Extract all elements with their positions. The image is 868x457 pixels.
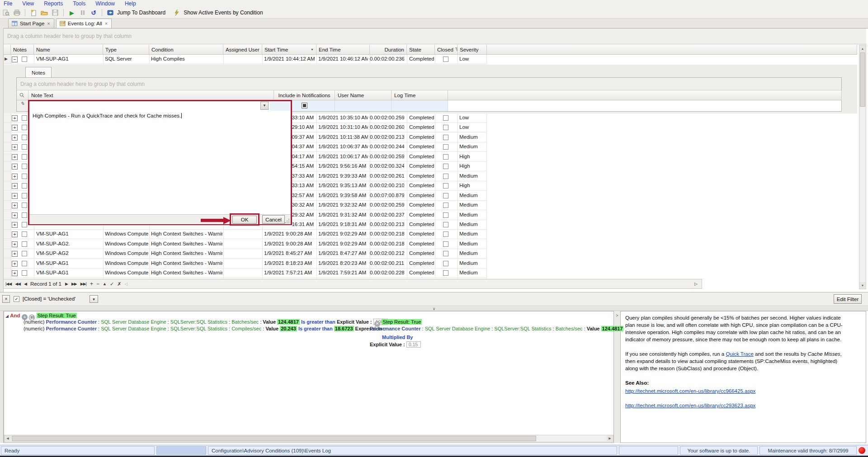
dropdown-button[interactable]: ▼ xyxy=(260,102,269,110)
column-header[interactable]: Assigned User xyxy=(223,45,262,55)
closed-checkbox[interactable] xyxy=(443,125,448,130)
column-header[interactable]: End Time xyxy=(316,45,370,55)
undo-icon[interactable]: ↺ xyxy=(90,9,98,17)
edit-record-icon[interactable]: ▲ xyxy=(103,282,106,286)
close-icon[interactable]: × xyxy=(104,21,108,26)
closed-checkbox[interactable] xyxy=(443,144,448,150)
print-icon[interactable] xyxy=(13,9,21,17)
indeterminate-checkbox[interactable] xyxy=(302,103,307,108)
expand-row-icon[interactable]: + xyxy=(12,203,18,208)
column-header[interactable]: Condition xyxy=(149,45,223,55)
notes-checkbox[interactable] xyxy=(22,231,27,237)
scroll-down-icon[interactable]: ▼ xyxy=(859,282,866,289)
open-folder-icon[interactable] xyxy=(40,9,48,17)
closed-checkbox[interactable] xyxy=(443,115,448,121)
grid-vertical-scrollbar[interactable]: ▲ ▼ xyxy=(859,45,866,289)
collapse-right-icon[interactable]: > xyxy=(616,313,618,318)
expand-row-icon[interactable]: + xyxy=(12,154,18,160)
collapse-row-icon[interactable]: − xyxy=(12,57,18,62)
event-row[interactable]: +VM-SUP-AG2Windows ComputerHigh Context … xyxy=(4,249,487,259)
column-header[interactable]: Closed xyxy=(435,45,458,55)
end-edit-icon[interactable]: ✓ xyxy=(110,281,113,287)
scrollbar-thumb[interactable] xyxy=(12,436,536,441)
expand-row-icon[interactable]: + xyxy=(12,115,18,121)
event-row[interactable]: +VM-SUP-AG1Windows ComputerHigh Context … xyxy=(4,230,487,239)
scroll-up-icon[interactable]: ▲ xyxy=(859,45,866,52)
scrollbar-thumb[interactable] xyxy=(860,52,865,107)
closed-checkbox[interactable] xyxy=(443,174,448,179)
technet-link-1[interactable]: http://technet.microsoft.com/en-us/libra… xyxy=(625,387,851,395)
notes-checkbox[interactable] xyxy=(22,203,27,208)
notes-checkbox[interactable] xyxy=(22,270,27,276)
note-column-header[interactable]: User Name xyxy=(335,90,392,100)
expand-row-icon[interactable]: + xyxy=(12,222,18,228)
notes-group-by-bar[interactable]: Drag a column header here to group by th… xyxy=(17,78,841,90)
expand-row-icon[interactable]: + xyxy=(12,125,18,131)
nav-last-icon[interactable]: ▶▶| xyxy=(80,282,86,286)
resize-grip[interactable] xyxy=(284,219,290,224)
new-document-icon[interactable] xyxy=(29,9,38,17)
expander-icon[interactable]: ◢ xyxy=(5,314,9,318)
scroll-left-icon[interactable]: ◁ xyxy=(124,282,127,286)
collapse-down-icon[interactable]: ∨ xyxy=(433,306,436,311)
menu-window[interactable]: Window xyxy=(95,0,115,7)
column-header[interactable] xyxy=(487,45,857,55)
condition-panel-hscrollbar[interactable]: ◀ ▶ xyxy=(4,435,613,442)
group-by-bar[interactable]: Drag a column header here to group by th… xyxy=(4,28,866,44)
event-row[interactable]: ▶−VM-SUP-AG1SQL ServerHigh Compiles1/9/2… xyxy=(4,55,487,64)
print-preview-icon[interactable] xyxy=(2,9,10,17)
expand-row-icon[interactable]: + xyxy=(12,183,18,189)
expand-row-icon[interactable]: + xyxy=(12,261,18,267)
closed-checkbox[interactable] xyxy=(443,154,448,160)
closed-checkbox[interactable] xyxy=(443,222,448,227)
notes-checkbox[interactable] xyxy=(22,174,27,179)
quick-trace-link[interactable]: Quick Trace xyxy=(726,351,753,357)
closed-checkbox[interactable] xyxy=(443,241,448,247)
notes-checkbox[interactable] xyxy=(22,125,27,130)
tab-events-log[interactable]: Events Log: All × xyxy=(56,19,112,28)
expand-row-icon[interactable]: + xyxy=(12,193,18,199)
remove-filter-icon[interactable]: × xyxy=(2,295,10,303)
column-header[interactable]: Severity xyxy=(458,45,487,55)
note-column-header[interactable]: Note Text xyxy=(28,90,274,100)
jump-to-dashboard-icon[interactable] xyxy=(106,9,114,17)
closed-checkbox[interactable] xyxy=(443,164,448,169)
column-header[interactable]: Notes xyxy=(11,45,34,55)
closed-checkbox[interactable] xyxy=(443,193,448,198)
scroll-right-icon[interactable]: ▷ xyxy=(694,282,697,286)
note-text-editor[interactable]: High Compiles - Run a QuickTrace and che… xyxy=(29,111,291,214)
notes-checkbox[interactable] xyxy=(22,154,27,160)
horizontal-splitter[interactable]: ∨ xyxy=(0,306,868,311)
menu-view[interactable]: View xyxy=(22,0,34,7)
note-text-field[interactable] xyxy=(29,101,270,111)
status-alert-light[interactable] xyxy=(859,447,865,454)
pause-icon[interactable] xyxy=(79,9,87,17)
column-header[interactable]: State xyxy=(407,45,435,55)
event-row[interactable]: +VM-SUP-AG1Windows ComputerHigh Context … xyxy=(4,269,487,278)
note-column-header[interactable]: Log Time xyxy=(392,90,448,100)
notes-checkbox[interactable] xyxy=(22,261,27,266)
left-splitter-strip[interactable] xyxy=(0,28,4,443)
expand-row-icon[interactable]: + xyxy=(12,212,18,218)
event-row[interactable]: +VM-SUP-AG1Windows ComputerHigh Context … xyxy=(4,259,487,269)
closed-checkbox[interactable] xyxy=(443,135,448,140)
expand-row-icon[interactable]: + xyxy=(12,174,18,179)
log-time-cell[interactable] xyxy=(392,100,448,111)
notes-checkbox[interactable] xyxy=(22,251,27,256)
notes-checkbox[interactable] xyxy=(22,193,27,198)
notes-checkbox[interactable] xyxy=(22,115,27,121)
expand-row-icon[interactable]: + xyxy=(12,251,18,257)
closed-checkbox[interactable] xyxy=(443,203,448,208)
show-active-events-button[interactable]: Show Active Events by Condition xyxy=(184,9,263,16)
closed-checkbox[interactable] xyxy=(443,57,448,62)
notes-checkbox[interactable] xyxy=(22,164,27,169)
notes-checkbox[interactable] xyxy=(22,144,27,150)
expand-row-icon[interactable]: + xyxy=(12,270,18,276)
cancel-edit-icon[interactable]: ✗ xyxy=(117,281,121,287)
menu-help[interactable]: Help xyxy=(125,0,136,7)
closed-checkbox[interactable] xyxy=(443,183,448,188)
closed-checkbox[interactable] xyxy=(443,212,448,218)
filter-dropdown-icon[interactable]: ▼ xyxy=(90,295,98,303)
notes-checkbox[interactable] xyxy=(22,183,27,188)
notes-checkbox[interactable] xyxy=(22,241,27,247)
